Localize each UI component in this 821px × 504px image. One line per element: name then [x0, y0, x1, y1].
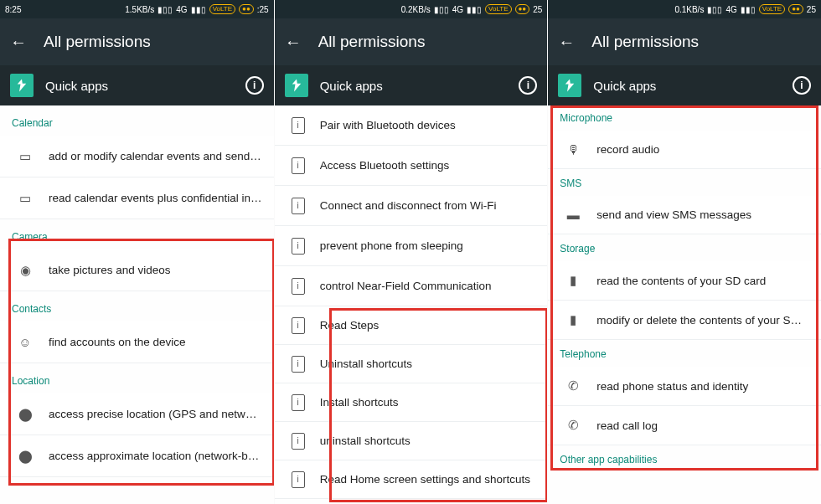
permission-label: add or modify calendar events and send e… [49, 150, 262, 162]
section-header: Microphone [548, 105, 821, 131]
permission-row[interactable]: ▮ read the contents of your SD card [548, 261, 821, 301]
status-net: 4G [725, 5, 736, 14]
permission-row[interactable]: ▬ send and view SMS messages [548, 196, 821, 234]
permission-label: record audio [596, 143, 809, 156]
status-bar: 0.1KB/s ▮▯▯ 4G ▮▮▯ VoLTE ●● 25 [548, 0, 821, 18]
lte-badge: VoLTE [485, 4, 511, 14]
app-bar: ← All permissions [548, 18, 821, 65]
permission-row[interactable]: i Pair with Bluetooth devices [275, 105, 548, 146]
permission-label: modify or delete the contents of your SD… [596, 314, 809, 327]
permission-row[interactable]: i prevent phone from sleeping [275, 226, 548, 266]
sub-bar: Quick apps i [548, 65, 821, 105]
device-icon: i [292, 157, 305, 174]
permission-label: uninstall shortcuts [320, 435, 536, 447]
lte-badge: VoLTE [209, 4, 235, 14]
back-icon[interactable]: ← [285, 33, 302, 50]
status-speed: 1.5KB/s [125, 5, 154, 14]
permission-label: Pair with Bluetooth devices [320, 119, 536, 131]
permission-label: Access Bluetooth settings [320, 159, 536, 172]
battery-icon: ●● [788, 4, 803, 14]
back-icon[interactable]: ← [10, 33, 27, 50]
page-title: All permissions [44, 33, 151, 51]
status-right: 0.2KB/s ▮▯▯ 4G ▮▮▯ VoLTE ●● 25 [401, 4, 543, 14]
permission-row[interactable]: i Read Steps [275, 306, 548, 345]
status-clock: 25 [807, 5, 816, 14]
camera-icon: ◉ [17, 263, 34, 278]
permission-row[interactable]: ▮ modify or delete the contents of your … [548, 301, 821, 340]
permission-row[interactable]: i Connect and disconnect from Wi-Fi [275, 186, 548, 226]
lte-badge: VoLTE [759, 4, 785, 14]
signal-icon: ▮▮▯ [741, 5, 756, 14]
device-icon: i [292, 117, 305, 134]
permission-row[interactable]: ▭ add or modify calendar events and send… [0, 136, 274, 177]
status-clock: :25 [257, 5, 269, 14]
permission-label: control Near-Field Communication [320, 280, 536, 292]
app-bar: ← All permissions [0, 18, 274, 65]
status-bar: 0.2KB/s ▮▯▯ 4G ▮▮▯ VoLTE ●● 25 [275, 0, 548, 18]
permission-label: Install shortcuts [320, 396, 536, 409]
permission-label: read phone status and identity [596, 380, 809, 393]
permission-row[interactable]: ▭ read calendar events plus confidential… [0, 177, 274, 219]
info-icon[interactable]: i [519, 76, 537, 95]
app-icon [558, 74, 581, 97]
permission-row[interactable]: i Install shortcuts [275, 383, 548, 422]
permission-row[interactable]: i Access Bluetooth settings [275, 146, 548, 186]
status-right: 0.1KB/s ▮▯▯ 4G ▮▮▯ VoLTE ●● 25 [674, 4, 816, 14]
device-icon: i [292, 394, 305, 411]
section-header: Location [0, 363, 274, 393]
signal-icon: ▮▮▯ [467, 5, 482, 14]
device-icon: i [292, 356, 305, 373]
back-icon[interactable]: ← [558, 33, 575, 50]
permission-row[interactable]: ☺ find accounts on the device [0, 321, 274, 363]
storage-icon: ▮ [565, 273, 581, 288]
battery-icon: ●● [515, 4, 530, 14]
permission-row[interactable]: ✆ read call log [548, 406, 821, 445]
permission-row[interactable]: i control Near-Field Communication [275, 266, 548, 306]
permission-row[interactable]: i Uninstall shortcuts [275, 345, 548, 383]
permission-label: Read Steps [320, 319, 536, 332]
status-speed: 0.1KB/s [674, 5, 704, 14]
info-icon[interactable]: i [793, 76, 811, 95]
screen-2: 0.2KB/s ▮▯▯ 4G ▮▮▯ VoLTE ●● 25 ← All per… [274, 0, 548, 504]
section-header: Other app capabilities [548, 445, 821, 472]
device-icon: i [292, 238, 305, 255]
app-name: Quick apps [320, 79, 508, 93]
permission-row[interactable]: i uninstall shortcuts [275, 422, 548, 460]
section-header: Camera [0, 219, 274, 249]
permission-row[interactable]: ✆ read phone status and identity [548, 367, 821, 406]
location-icon: ⬤ [17, 449, 34, 464]
content: Calendar ▭ add or modify calendar events… [0, 105, 274, 504]
device-icon: i [292, 471, 305, 488]
permission-row[interactable]: ◉ take pictures and videos [0, 249, 274, 291]
permission-row[interactable]: ⬤ access precise location (GPS and netwo… [0, 393, 274, 435]
status-net: 4G [176, 5, 187, 14]
calendar-icon: ▭ [17, 149, 34, 164]
device-icon: i [292, 278, 305, 295]
phone-icon: ✆ [565, 418, 581, 433]
app-icon [10, 74, 34, 97]
permission-label: read calendar events plus confidential i… [49, 192, 262, 204]
permission-label: take pictures and videos [49, 264, 262, 276]
sub-bar: Quick apps i [0, 65, 274, 105]
page-title: All permissions [591, 33, 699, 51]
permission-row[interactable]: i Read Home screen settings and shortcut… [275, 460, 548, 499]
permission-row[interactable]: 🎙 record audio [548, 131, 821, 169]
app-icon [285, 74, 308, 97]
signal-icon: ▮▮▯ [191, 5, 206, 14]
permission-label: read the contents of your SD card [596, 275, 809, 287]
section-header: SMS [548, 169, 821, 196]
phone-icon: ✆ [565, 378, 581, 393]
permission-label: Read Home screen settings and shortcuts [320, 473, 536, 486]
permission-row[interactable]: ⬤ access approximate location (network-b… [0, 435, 274, 477]
signal-icon: ▮▯▯ [434, 5, 449, 14]
info-icon[interactable]: i [245, 76, 264, 95]
section-header: Storage [548, 234, 821, 261]
status-clock: 25 [533, 5, 542, 14]
app-name: Quick apps [593, 79, 781, 93]
status-time: 8:25 [5, 5, 39, 14]
section-header: Calendar [0, 105, 274, 136]
status-speed: 0.2KB/s [401, 5, 431, 14]
permission-label: send and view SMS messages [596, 208, 809, 221]
permission-label: access precise location (GPS and network… [49, 408, 262, 420]
permission-label: Uninstall shortcuts [320, 357, 536, 370]
